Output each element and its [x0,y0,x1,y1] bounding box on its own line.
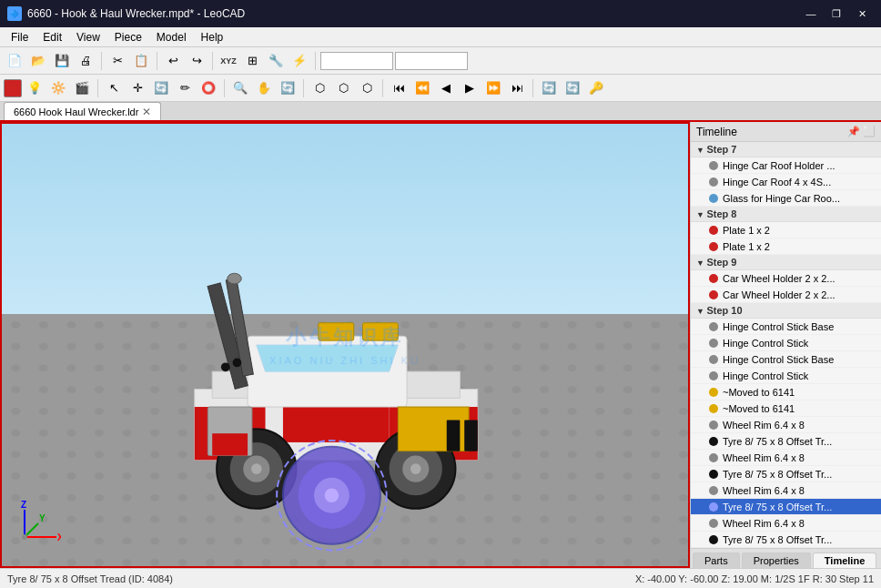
step-10-header[interactable]: Step 10 [691,303,881,319]
menu-edit[interactable]: Edit [35,29,69,46]
pan-button[interactable]: ✋ [253,77,275,99]
svg-rect-31 [447,421,461,451]
timeline-title: Timeline [696,126,737,138]
timeline-list: Step 7 Hinge Car Roof Holder ... Hinge C… [691,142,881,548]
timeline-pin-button[interactable]: 📌 [847,126,860,137]
camera-button[interactable]: 🎬 [71,77,93,99]
part-dot-selected [709,502,718,512]
list-item[interactable]: Tyre 8/ 75 x 8 Offset Tr... [691,433,881,450]
item-label: Glass for Hinge Car Roo... [723,193,876,204]
status-bar: Tyre 8/ 75 x 8 Offset Tread (ID: 4084) X… [0,568,881,588]
list-item[interactable]: Tyre 8/ 75 x 8 Offset Tr... [691,466,881,482]
list-item[interactable]: Plate 1 x 2 [691,222,881,238]
view-btn-3[interactable]: ⬡ [356,77,378,99]
viewport-background: 小牛知识库 XIAO NIU ZHI SHI KU Z X Y [2,124,688,566]
list-item[interactable]: Wheel Rim 6.4 x 8 [691,515,881,532]
list-item[interactable]: ~Moved to 6141 [691,384,881,400]
print-button[interactable]: 🖨 [75,50,96,72]
brightness-button[interactable]: 🔆 [47,77,69,99]
menu-piece[interactable]: Piece [107,29,149,46]
step-9-header[interactable]: Step 9 [691,255,881,270]
list-item[interactable]: Hinge Control Stick [691,368,881,384]
orbit-button[interactable]: 🔄 [277,77,299,99]
step-prev[interactable]: ◀ [435,77,457,99]
list-item[interactable]: Hinge Control Stick Base [691,319,881,335]
list-item[interactable]: Hinge Car Roof Holder ... [691,157,881,174]
light-button[interactable]: 💡 [24,77,46,99]
new-button[interactable]: 📄 [4,50,25,72]
step-last[interactable]: ⏭ [506,77,528,99]
redo-button[interactable]: ↪ [186,50,208,72]
timeline-expand-button[interactable]: ⬜ [863,126,876,137]
menu-view[interactable]: View [69,29,107,46]
list-item[interactable]: Car Wheel Holder 2 x 2... [691,287,881,303]
list-item[interactable]: Plate 1 x 2 [691,238,881,255]
menu-help[interactable]: Help [194,29,231,46]
filter-input[interactable] [395,52,468,70]
rotate-button[interactable]: 🔄 [150,77,172,99]
magnet-button[interactable]: ⚡ [289,50,310,72]
view-btn-2[interactable]: ⬡ [332,77,354,99]
open-button[interactable]: 📂 [27,50,49,72]
maximize-button[interactable]: ❐ [825,5,848,23]
step-7-header[interactable]: Step 7 [691,142,881,157]
tab-close-button[interactable]: ✕ [142,106,151,118]
move-button[interactable]: ✛ [127,77,148,99]
list-item[interactable]: Glass for Hinge Car Roo... [691,190,881,207]
tab-properties[interactable]: Properties [742,553,811,568]
svg-point-22 [410,463,421,474]
refresh-btn[interactable]: 🔄 [538,77,560,99]
search-input[interactable] [320,52,393,70]
select-button[interactable]: ↖ [103,77,125,99]
axis-indicator: Z X Y [15,501,61,548]
step-first[interactable]: ⏮ [388,77,410,99]
key-btn[interactable]: 🔑 [585,77,607,99]
cut-button[interactable]: ✂ [106,50,128,72]
step-next[interactable]: ▶ [459,77,481,99]
snap-button[interactable]: 🔧 [265,50,287,72]
lego-model-svg [2,124,688,566]
save-button[interactable]: 💾 [51,50,73,72]
item-label: Hinge Car Roof Holder ... [723,160,876,171]
paint-button[interactable]: ✏ [174,77,196,99]
list-item-selected[interactable]: Tyre 8/ 75 x 8 Offset Tr... [691,499,881,515]
list-item[interactable]: Wheel Rim 6.4 x 8 [691,450,881,466]
list-item[interactable]: Tyre 8/ 75 x 8 Offset Tr... [691,532,881,548]
zoom-button[interactable]: 🔍 [229,77,251,99]
undo-button[interactable]: ↩ [162,50,184,72]
list-item[interactable]: Hinge Car Roof 4 x 4S... [691,174,881,190]
3d-viewport[interactable]: 小牛知识库 XIAO NIU ZHI SHI KU Z X Y [0,122,690,568]
transform-button[interactable]: XYZ [218,50,239,72]
item-label: Hinge Control Stick [723,338,876,349]
list-item[interactable]: Hinge Control Stick [691,335,881,351]
tab-timeline[interactable]: Timeline [813,553,876,568]
view-btn-1[interactable]: ⬡ [309,77,330,99]
tab-parts[interactable]: Parts [693,553,740,568]
copy-button[interactable]: 📋 [130,50,152,72]
list-item[interactable]: Hinge Control Stick Base [691,351,881,368]
model-tab[interactable]: 6660 Hook Haul Wrecker.ldr ✕ [4,102,161,120]
separator [157,52,157,70]
step-next2[interactable]: ⏩ [482,77,504,99]
svg-point-18 [251,463,262,474]
erase-button[interactable]: ⭕ [197,77,219,99]
close-button[interactable]: ✕ [850,5,874,23]
part-dot [709,177,718,187]
menu-file[interactable]: File [4,29,35,46]
minimize-button[interactable]: — [799,5,823,23]
item-label: ~Moved to 6141 [723,403,876,414]
render-btn[interactable]: 🔄 [562,77,583,99]
list-item[interactable]: Wheel Rim 6.4 x 8 [691,417,881,433]
step-prev2[interactable]: ⏪ [411,77,433,99]
part-dot [709,535,718,544]
menu-model[interactable]: Model [149,29,194,46]
part-dot [709,421,718,430]
list-item[interactable]: ~Moved to 6141 [691,400,881,417]
grid-button[interactable]: ⊞ [241,50,263,72]
item-label: Hinge Control Stick [723,370,876,381]
list-item[interactable]: Car Wheel Holder 2 x 2... [691,270,881,287]
item-label: Wheel Rim 6.4 x 8 [723,485,876,496]
step-8-header[interactable]: Step 8 [691,207,881,222]
list-item[interactable]: Wheel Rim 6.4 x 8 [691,482,881,499]
color-red-button[interactable] [4,79,22,97]
